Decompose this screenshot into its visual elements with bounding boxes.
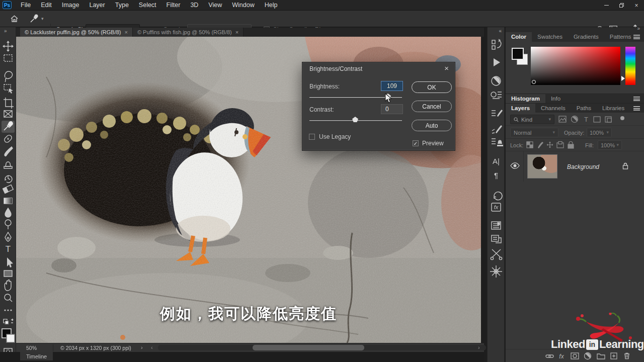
color-panel-tabbar: Color Swatches Gradients Patterns [506, 32, 644, 42]
brightness-input[interactable]: 109 [381, 81, 403, 91]
menu-type[interactable]: Type [110, 0, 134, 11]
tab-paths[interactable]: Paths [571, 104, 597, 113]
menu-edit[interactable]: Edit [36, 0, 57, 11]
eye-icon[interactable] [510, 162, 520, 169]
restore-button[interactable] [614, 0, 629, 11]
menu-3d[interactable]: 3D [185, 0, 203, 11]
tab-swatches[interactable]: Swatches [532, 32, 568, 42]
tab-close-icon[interactable]: × [125, 29, 128, 35]
menu-file[interactable]: File [16, 0, 36, 11]
adjustment-presets-panel-icon [491, 92, 502, 99]
opacity-input[interactable]: 100% ▾ [587, 128, 612, 137]
swap-colors-icon [11, 319, 13, 323]
layer-thumbnail[interactable] [527, 154, 557, 178]
bottom-strip: Timeline [0, 352, 484, 362]
document-tab-puffins-with-fish[interactable]: © Puffins with fish.jpg @ 50% (RGB/8) × [133, 28, 244, 37]
scroll-right-icon[interactable]: › [478, 344, 480, 350]
mouse-cursor [385, 93, 392, 104]
brush-tool-icon [5, 147, 13, 156]
visibility-cell[interactable] [506, 151, 524, 182]
document-info[interactable]: © 2034 px x 1320 px (300 ppi) [60, 345, 131, 351]
use-legacy-checkbox[interactable] [309, 134, 315, 140]
hand-tool-icon [5, 280, 11, 291]
color-panel-body [506, 42, 644, 94]
dialog-close-icon[interactable]: × [444, 64, 449, 72]
lock-transparency-icon [527, 142, 533, 148]
tab-libraries[interactable]: Libraries [597, 104, 630, 113]
brightness-contrast-dialog[interactable]: Brightness/Contrast × Brightness: 109 Co… [302, 62, 455, 151]
foreground-color-swatch[interactable] [512, 48, 524, 60]
tab-layers[interactable]: Layers [506, 104, 535, 113]
menu-select[interactable]: Select [134, 0, 162, 11]
hue-slider[interactable] [625, 47, 635, 85]
color-panel-menu-icon[interactable] [633, 35, 640, 39]
layer-lock-icon[interactable] [622, 162, 628, 169]
blur-tool-icon [5, 208, 11, 217]
layers-bottom-icons[interactable]: fx [545, 351, 640, 360]
menu-filter[interactable]: Filter [162, 0, 186, 11]
character-panel-icon: A| [493, 157, 500, 165]
eyedropper-tool-preset-icon[interactable] [29, 14, 39, 26]
document-tab-lackluster-puffin[interactable]: © Lackluster puffin.jpg @ 50% (RGB/8) × [20, 28, 133, 37]
timeline-tab[interactable]: Timeline [20, 352, 53, 360]
menu-layer[interactable]: Layer [84, 0, 110, 11]
horizontal-scrollbar-thumb[interactable] [253, 345, 364, 350]
restore-icon [619, 3, 624, 8]
history-panel-icon [492, 39, 501, 49]
filter-shape-layers-icon [594, 117, 600, 122]
tab-close-icon[interactable]: × [235, 29, 238, 35]
tab-color[interactable]: Color [506, 32, 532, 42]
hue-slider-marker[interactable] [621, 76, 625, 81]
panel-dock: » Color Swatches Gradients Patterns Hist… [506, 27, 644, 362]
tab-info[interactable]: Info [545, 94, 566, 103]
dock-collapse-icon[interactable]: » [637, 26, 640, 31]
new-group-icon [597, 354, 605, 359]
clone-stamp-tool-icon [4, 162, 12, 168]
zoom-level[interactable]: 50% [26, 345, 37, 351]
home-icon[interactable] [10, 15, 19, 25]
horizontal-scrollbar-track[interactable] [158, 345, 486, 350]
menu-view[interactable]: View [203, 0, 227, 11]
menu-window[interactable]: Window [227, 0, 259, 11]
blend-mode-select[interactable]: Normal ▾ [510, 128, 558, 137]
delete-layer-icon [624, 353, 629, 359]
histogram-panel-menu-icon[interactable] [633, 97, 640, 101]
toolbar-icons[interactable]: T [0, 34, 16, 362]
preview-checkbox[interactable]: ✓ [413, 140, 419, 146]
tab-spacer [16, 28, 20, 37]
caret-down-icon: ▾ [548, 117, 551, 122]
status-expand-icon[interactable]: › [141, 344, 143, 350]
strip-collapse-icon[interactable]: « [499, 28, 502, 34]
photoshop-window: Ps File Edit Image Layer Type Select Fil… [0, 0, 644, 362]
zoom-tool-icon [5, 294, 12, 302]
contrast-input[interactable]: 0 [381, 104, 403, 114]
photoshop-logo-icon: Ps [3, 1, 12, 9]
strip-icons[interactable]: A| ¶ fx [488, 34, 505, 356]
minimize-button[interactable] [599, 0, 614, 11]
fill-input[interactable]: 100% ▾ [598, 140, 622, 150]
lock-icons[interactable] [526, 141, 581, 149]
layers-lock-row: Lock: Fill: 100% ▾ [506, 139, 644, 151]
menu-image[interactable]: Image [57, 0, 85, 11]
tab-channels[interactable]: Channels [535, 104, 571, 113]
tab-gradients[interactable]: Gradients [568, 32, 604, 42]
ok-button[interactable]: OK [412, 81, 452, 93]
close-button[interactable]: × [629, 0, 644, 11]
tab-histogram[interactable]: Histogram [506, 94, 545, 103]
cancel-button[interactable]: Cancel [412, 101, 452, 112]
scroll-left-icon[interactable]: ‹ [151, 344, 153, 350]
layer-filter-kind-select[interactable]: Kind ▾ [510, 115, 554, 124]
toolbar-expand-icon[interactable]: » [4, 28, 7, 34]
tab-patterns[interactable]: Patterns [604, 32, 637, 42]
contrast-slider-thumb[interactable] [352, 117, 358, 122]
tool-preset-caret-icon[interactable]: ▾ [41, 17, 44, 21]
color-saturation-field[interactable] [531, 47, 620, 85]
color-field-marker[interactable] [532, 80, 536, 84]
layers-panel-menu-icon[interactable] [633, 106, 640, 111]
menu-help[interactable]: Help [260, 0, 283, 11]
layer-filter-icons[interactable]: T [558, 115, 628, 124]
auto-button[interactable]: Auto [412, 120, 452, 131]
link-layers-icon [546, 355, 553, 357]
layer-row-background[interactable]: Background [506, 151, 644, 182]
layer-name[interactable]: Background [567, 163, 599, 170]
